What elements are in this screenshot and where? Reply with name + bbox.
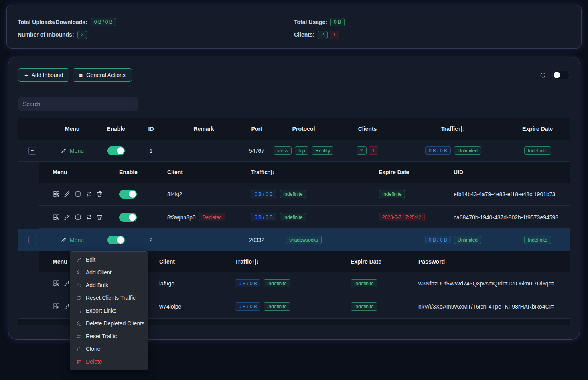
- client-password: nkV/I/3XoAm9v6xMT/T5IcrF4TpeTKF98rHARbRo…: [412, 303, 570, 310]
- search-input[interactable]: [18, 97, 138, 111]
- qrcode-icon[interactable]: [53, 213, 60, 221]
- menu-item-reset-traffic[interactable]: Reset Traffic: [70, 330, 148, 343]
- header-client: Client: [161, 169, 245, 175]
- inbound-id: 2: [134, 237, 168, 243]
- stat-clients: Clients: 2 1: [294, 30, 570, 39]
- collapse-row-button[interactable]: −: [28, 236, 36, 244]
- edit-icon[interactable]: [63, 213, 71, 221]
- refresh-icon[interactable]: [539, 72, 546, 79]
- reset-traffic-icon[interactable]: [85, 213, 93, 221]
- client-traffic: 0 B / 0 B Indefinite: [229, 279, 344, 287]
- header-enable: Enable: [113, 169, 161, 175]
- menu-item-add-bulk[interactable]: Add Bulk: [70, 279, 148, 291]
- menu-item-add-client[interactable]: Add Client: [70, 266, 148, 279]
- plus-icon: +: [24, 72, 28, 79]
- client-uid: efb14b43-4a79-4e83-ef18-e48cf1901b73: [447, 191, 570, 197]
- qrcode-icon[interactable]: [53, 280, 60, 287]
- total-usage-value: 0 B: [330, 18, 345, 26]
- inbound-menu-label: Menu: [70, 148, 84, 154]
- trash-icon[interactable]: [96, 190, 103, 198]
- header-traffic-sort[interactable]: Traffic↑|↓: [401, 126, 505, 132]
- header-remark: Remark: [168, 126, 240, 132]
- inbound-enable-toggle[interactable]: [107, 236, 125, 244]
- reset-traffic-icon[interactable]: [85, 190, 93, 198]
- collapse-row-button[interactable]: −: [28, 147, 36, 155]
- menu-item-delete-depleted-clients[interactable]: Delete Depleted Clients: [70, 317, 148, 330]
- traffic-badge: 0 B / 0 B: [235, 279, 260, 287]
- protocol-badge: shadowsocks: [286, 236, 322, 244]
- inbound-enable-toggle[interactable]: [107, 146, 125, 155]
- edit-icon[interactable]: [63, 190, 71, 198]
- inbound-menu-trigger[interactable]: Menu: [61, 148, 84, 154]
- traffic-total-badge: Indefinite: [280, 190, 306, 198]
- client-enable-toggle[interactable]: [119, 190, 137, 199]
- inbound-port: 54767: [240, 148, 274, 154]
- info-icon[interactable]: [74, 190, 82, 198]
- trash-icon[interactable]: [96, 213, 103, 221]
- stat-total-uploads: Total Uploads/Downloads: 0 B / 0 B: [18, 17, 294, 27]
- header-traffic-sort[interactable]: Traffic↑|↓: [245, 169, 372, 175]
- header-expire-date: Expire Date: [344, 258, 412, 265]
- add-inbound-label: Add Inbound: [32, 72, 63, 78]
- menu-item-reset-clients-traffic[interactable]: Reset Clients Traffic: [70, 291, 148, 304]
- clients-depleted-badge: 1: [369, 146, 379, 155]
- stats-card: Total Uploads/Downloads: 0 B / 0 B Numbe…: [6, 5, 582, 49]
- client-table-header: Menu Enable Client Traffic↑|↓ Expire Dat…: [39, 162, 570, 183]
- menu-item-export-links[interactable]: Export Links: [70, 304, 148, 317]
- protocol-badge: tcp: [295, 146, 308, 155]
- expire-badge: Indefinite: [524, 146, 551, 155]
- client-name: laf9go: [153, 280, 229, 287]
- traffic-badge: 0 B / 0 B: [251, 190, 276, 198]
- header-menu: Menu: [39, 169, 113, 175]
- menu-item-delete[interactable]: Delete: [70, 355, 148, 368]
- inbound-context-menu: Edit Add Client Add Bulk Reset Clients T…: [70, 251, 148, 370]
- traffic-badge: 0 B / 0 B: [425, 146, 451, 155]
- qrcode-icon[interactable]: [53, 303, 60, 310]
- header-protocol: Protocol: [274, 126, 333, 132]
- client-expire: Indefinite: [344, 302, 412, 311]
- inbound-clients: 2 1: [333, 146, 401, 155]
- users-icon: [76, 282, 82, 288]
- toggle-knob: [554, 72, 560, 78]
- inbound-protocols: vless tcp Reality: [274, 146, 333, 155]
- traffic-total-badge: Indefinite: [264, 302, 290, 311]
- menu-item-edit[interactable]: Edit: [70, 253, 148, 266]
- traffic-total-badge: Indefinite: [280, 213, 306, 221]
- reset-icon: [76, 295, 82, 301]
- inbound-traffic: 0 B / 0 B Unlimited: [401, 146, 505, 155]
- header-clients: Clients: [333, 126, 401, 132]
- add-inbound-button[interactable]: + Add Inbound: [18, 68, 69, 82]
- client-password: w3NfbzUPf5WWd745Q8pvsmQrdrttT2IO6knuI7Di…: [412, 280, 570, 287]
- general-actions-button[interactable]: ≡ General Actions: [73, 68, 132, 82]
- inbound-row-1[interactable]: − Menu 1 54767 vless tcp Reality 2 1 0: [18, 140, 570, 162]
- client-name: 8t3wjnn8p0: [167, 214, 196, 221]
- info-icon[interactable]: [74, 213, 82, 221]
- auto-refresh-toggle[interactable]: [552, 71, 570, 79]
- qrcode-icon[interactable]: [53, 190, 60, 198]
- menu-item-clone[interactable]: Clone: [70, 343, 148, 355]
- expire-badge: Indefinite: [524, 236, 551, 244]
- client-expire: Indefinite: [344, 279, 412, 287]
- expire-badge: Indefinite: [379, 190, 405, 198]
- header-traffic-sort[interactable]: Traffic↑|↓: [229, 258, 344, 265]
- header-menu: Menu: [46, 126, 98, 132]
- inbound-id: 1: [134, 148, 168, 154]
- client-enable-toggle[interactable]: [119, 213, 137, 222]
- header-port: Port: [240, 126, 274, 132]
- traffic-badge: 0 B / 0 B: [251, 213, 276, 221]
- general-actions-label: General Actions: [86, 72, 126, 78]
- user-remove-icon: [76, 321, 82, 327]
- client-traffic: 0 B / 0 B Indefinite: [245, 190, 372, 198]
- header-client: Client: [153, 258, 229, 265]
- inbound-row-2[interactable]: − Menu 2 20332 shadowsocks 0 B / 0 B Unl…: [18, 229, 570, 251]
- inbound-menu-trigger[interactable]: Menu: [61, 237, 84, 243]
- total-uploads-label: Total Uploads/Downloads:: [18, 19, 87, 25]
- client-row: 8t3wjnn8p0 Depleted 0 B / 0 B Indefinite…: [39, 206, 570, 229]
- depleted-badge: Depleted: [199, 213, 225, 221]
- inbound-expire: Indefinite: [505, 146, 570, 155]
- inbounds-table-header: Menu Enable ID Remark Port Protocol Clie…: [18, 118, 570, 140]
- inbound-protocols: shadowsocks: [274, 236, 333, 244]
- inbounds-label: Number of Inbounds:: [18, 32, 74, 38]
- traffic-badge: 0 B / 0 B: [235, 302, 260, 311]
- client-row: 8f4kj2 0 B / 0 B Indefinite Indefinite e…: [39, 183, 570, 206]
